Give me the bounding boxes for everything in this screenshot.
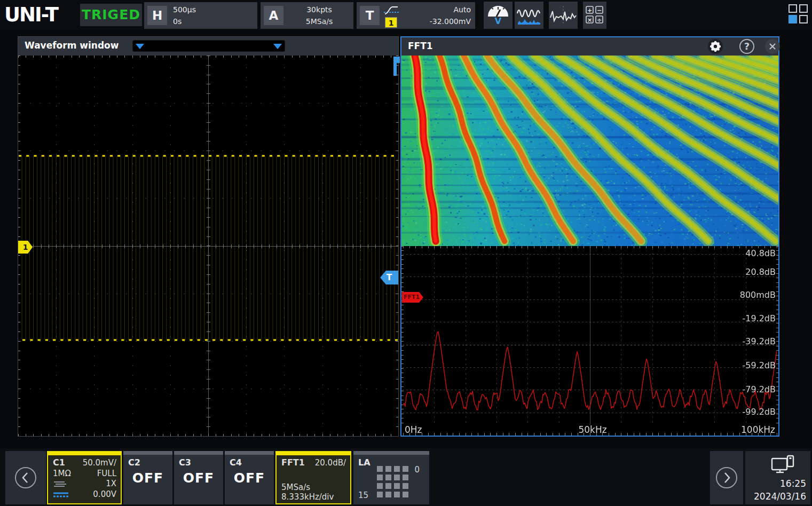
fft1-scale: 20.0dB/ — [315, 458, 346, 468]
channel3-state: OFF — [174, 470, 223, 486]
oscilloscope-screen: UNI-T TRIGED H 500µs 0s A 30kpts 5MSa/s … — [0, 0, 812, 506]
anomaly-waveform-icon — [549, 21, 578, 31]
freq-axis-label-0: 0Hz — [405, 424, 422, 436]
waveform-window-title: Waveform window — [25, 40, 119, 51]
db-axis-label: -39.2dB — [728, 336, 776, 347]
trigger-source-badge: 1 — [385, 17, 397, 28]
db-axis-label: -59.2dB — [728, 360, 776, 371]
sample-rate-value: 5MSa/s — [288, 16, 350, 27]
channel4-name: C4 — [230, 457, 242, 468]
fft1-card[interactable]: FFT1 20.0dB/ 5MSa/s 8.333kHz/div — [275, 451, 351, 504]
fft-tool-button[interactable] — [515, 2, 543, 29]
channel2-name: C2 — [128, 457, 140, 468]
date-display: 2024/03/16 — [754, 491, 806, 502]
trigger-level-value: -32.000mV — [430, 16, 471, 27]
svg-text:−: − — [597, 7, 602, 14]
fft1-window: FFT1 — [400, 36, 779, 437]
dvm-button[interactable]: V — [484, 2, 513, 29]
la-channel-grid-icon — [377, 466, 410, 499]
svg-text:÷: ÷ — [597, 17, 602, 23]
waveform-plot-canvas — [18, 56, 398, 436]
fft1-window-header[interactable]: FFT1 — [401, 37, 778, 56]
db-axis-label: 20.8dB — [728, 267, 776, 278]
spectrum-icon — [515, 21, 543, 31]
channel2-state: OFF — [123, 470, 172, 486]
top-bar: UNI-T TRIGED H 500µs 0s A 30kpts 5MSa/s … — [0, 0, 812, 30]
freq-axis-label-50k: 50kHz — [571, 424, 614, 436]
channel1-impedance: 1MΩ — [53, 469, 71, 478]
chevron-left-icon — [16, 479, 35, 489]
time-display: 16:25 — [780, 478, 806, 489]
trigger-key-label: T — [360, 6, 380, 25]
la-value-top: 0 — [414, 465, 420, 475]
fft-spectrum-canvas — [401, 246, 778, 436]
freq-axis-label-100k: 100kHz — [741, 424, 775, 436]
fft-trace-tag[interactable]: FFT1 — [402, 292, 423, 303]
la-value-bottom: 15 — [358, 491, 368, 500]
channel3-name: C3 — [179, 457, 191, 468]
logic-analyzer-card[interactable]: LA 0 15 — [353, 451, 429, 504]
waveform-window-header[interactable]: Waveform window — [18, 37, 398, 56]
math-operators-icon: + − × ÷ — [583, 21, 606, 31]
math-button[interactable]: + − × ÷ — [583, 2, 606, 29]
memory-depth-value: 30kpts — [288, 4, 350, 15]
trigger-mode-value: Auto — [453, 4, 471, 15]
channel1-probe: 1X — [106, 479, 116, 488]
channel4-card[interactable]: C4 OFF — [225, 451, 274, 504]
ground-level-icon — [53, 491, 69, 501]
horizontal-settings-button[interactable]: H 500µs 0s — [144, 2, 257, 29]
channel1-name: C1 — [53, 458, 65, 468]
uni-t-logo: UNI-T — [4, 3, 78, 27]
trigger-edge-icon — [383, 5, 399, 15]
scroll-right-button[interactable] — [710, 451, 743, 504]
acquisition-key-label: A — [264, 6, 283, 25]
coupling-icon — [53, 480, 67, 490]
channel3-card[interactable]: C3 OFF — [174, 451, 223, 504]
help-button[interactable]: ? — [739, 39, 754, 54]
trigger-position-marker[interactable] — [393, 57, 400, 76]
channel1-offset: 0.00V — [93, 489, 116, 499]
fft1-card-name: FFT1 — [281, 458, 305, 468]
channel4-state: OFF — [225, 470, 274, 486]
channel1-scale: 50.0mV/ — [83, 458, 116, 468]
fft1-window-title: FFT1 — [408, 41, 433, 51]
la-card-name: LA — [358, 457, 370, 468]
db-axis-label: -19.2dB — [728, 313, 776, 324]
window-layout-button[interactable] — [789, 4, 809, 26]
trigger-status-badge: TRIGED — [80, 4, 142, 26]
chevron-down-icon — [273, 44, 282, 49]
db-axis-label: -79.2dB — [728, 384, 776, 395]
db-axis-label: 800mdB — [728, 290, 776, 301]
horizontal-position-value: 0s — [173, 16, 182, 27]
remote-device-icon — [770, 454, 795, 479]
svg-text:+: + — [587, 7, 592, 14]
chevron-down-icon — [136, 44, 144, 49]
clock-panel[interactable]: 16:25 2024/03/16 — [745, 451, 810, 504]
waveform-record-button[interactable] — [549, 2, 578, 29]
db-axis-label: -99.2dB — [728, 407, 776, 417]
scroll-left-button[interactable] — [5, 451, 46, 504]
svg-text:×: × — [587, 17, 592, 23]
close-button[interactable] — [765, 39, 780, 54]
acquisition-settings-button[interactable]: A 30kpts 5MSa/s — [261, 2, 353, 29]
help-icon: ? — [744, 41, 750, 52]
horizontal-key-label: H — [147, 6, 167, 25]
db-axis-label: 40.8dB — [728, 248, 776, 259]
timebase-value: 500µs — [173, 4, 196, 15]
trigger-settings-button[interactable]: T 1 Auto -32.000mV — [357, 2, 475, 29]
channel2-card[interactable]: C2 OFF — [123, 451, 172, 504]
waveform-window: Waveform window 1 T — [18, 36, 399, 437]
fft1-sample-rate: 5MSa/s — [281, 483, 310, 492]
chevron-right-icon — [717, 479, 736, 489]
bottom-bar: C1 50.0mV/ 1MΩ FULL 1X — [0, 448, 812, 506]
fft1-resolution: 8.333kHz/div — [281, 492, 334, 502]
spectrogram-canvas — [401, 56, 778, 246]
settings-button[interactable] — [708, 39, 723, 54]
channel1-bandwidth: FULL — [97, 469, 116, 478]
channel1-card[interactable]: C1 50.0mV/ 1MΩ FULL 1X — [47, 451, 122, 504]
waveform-source-dropdown[interactable] — [132, 40, 285, 52]
